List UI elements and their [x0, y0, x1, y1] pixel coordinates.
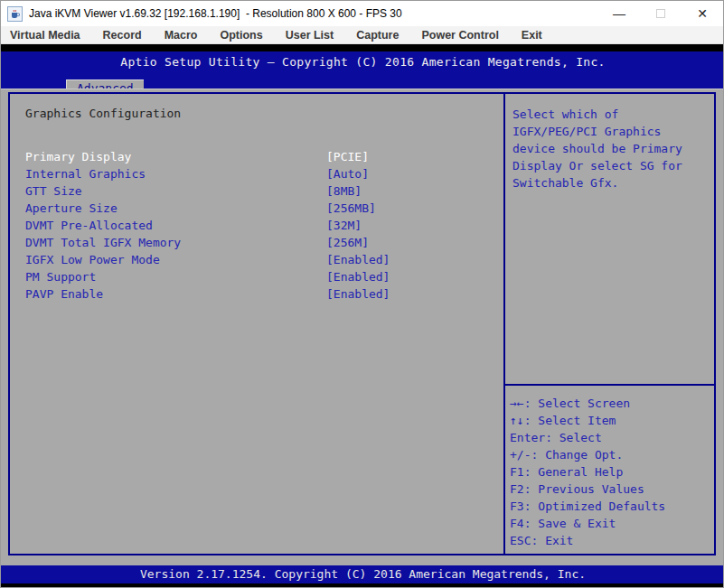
minimize-icon[interactable]: — [598, 1, 640, 26]
bios-header-title: Aptio Setup Utility – Copyright (C) 2016… [1, 55, 724, 69]
setting-label: PAVP Enable [25, 287, 103, 301]
key-hint-line: F1: General Help [510, 463, 710, 481]
setting-value: [PCIE] [326, 150, 369, 163]
setting-label: Internal Graphics [25, 167, 146, 181]
help-text-line: Select which of [512, 106, 709, 123]
section-title: Graphics Configuration [25, 107, 181, 120]
help-text-line: IGFX/PEG/PCI Graphics [512, 123, 709, 140]
menu-item[interactable]: Record [103, 29, 142, 42]
window-title: Java iKVM Viewer v1.69.32 [192.168.1.190… [29, 7, 402, 20]
help-text-line: Switchable Gfx. [512, 174, 709, 191]
ikvm-viewer-window: Java iKVM Viewer v1.69.32 [192.168.1.190… [0, 0, 724, 588]
setting-value: [256MB] [326, 201, 376, 215]
help-text-line: Display Or select SG for [512, 157, 709, 174]
settings-pane: Graphics Configuration Primary Display [… [10, 94, 503, 554]
bios-setting-row[interactable]: PM Support [Enabled] [10, 270, 503, 287]
key-hint-line: →←: Select Screen [510, 395, 710, 412]
bios-setting-row[interactable]: Aperture Size [256MB] [10, 201, 503, 219]
setting-label: DVMT Pre-Allocated [25, 219, 153, 232]
item-help-text: Select which ofIGFX/PEG/PCI Graphicsdevi… [505, 94, 714, 386]
setting-value: [Auto] [326, 167, 369, 181]
setting-label: GTT Size [25, 184, 82, 198]
setting-value: [Enabled] [326, 287, 390, 301]
key-hint-line: +/-: Change Opt. [510, 446, 710, 463]
close-icon[interactable]: ✕ [682, 1, 723, 26]
key-hint-line: Enter: Select [510, 429, 710, 446]
menu-item[interactable]: Options [220, 29, 262, 42]
setting-label: DVMT Total IGFX Memory [25, 236, 181, 249]
setting-label: Primary Display [25, 150, 131, 163]
bios-setting-row[interactable]: Primary Display [PCIE] [10, 150, 503, 167]
setting-value: [32M] [326, 219, 362, 232]
maximize-icon[interactable] [640, 1, 682, 26]
java-app-icon[interactable] [7, 6, 23, 22]
bios-screen: Aptio Setup Utility – Copyright (C) 2016… [1, 44, 724, 588]
bios-setting-row[interactable]: DVMT Total IGFX Memory [256M] [10, 236, 503, 253]
window-controls: — ✕ [598, 1, 723, 26]
menu-item[interactable]: Macro [165, 29, 198, 42]
java-coffee-cup-icon [10, 9, 20, 19]
menu-item[interactable]: Power Control [421, 29, 498, 42]
bios-header: Aptio Setup Utility – Copyright (C) 2016… [1, 51, 724, 89]
setting-value: [Enabled] [326, 270, 390, 284]
key-hint-line: F3: Optimized Defaults [510, 498, 710, 515]
bios-main-box: Graphics Configuration Primary Display [… [8, 92, 716, 555]
settings-list: Primary Display [PCIE] Internal Graphics… [10, 150, 503, 304]
setting-value: [Enabled] [326, 253, 390, 266]
setting-label: PM Support [25, 270, 96, 284]
menu-item[interactable]: Exit [522, 29, 542, 42]
setting-value: [256M] [326, 236, 369, 249]
bios-version-bar: Version 2.17.1254. Copyright (C) 2016 Am… [1, 565, 724, 583]
setting-label: IGFX Low Power Mode [25, 253, 160, 266]
help-pane: Select which ofIGFX/PEG/PCI Graphicsdevi… [503, 94, 714, 554]
menu-bar: Virtual MediaRecordMacroOptionsUser List… [1, 26, 723, 44]
bios-setting-row[interactable]: Internal Graphics [Auto] [10, 167, 503, 184]
bios-setting-row[interactable]: DVMT Pre-Allocated [32M] [10, 219, 503, 236]
bios-setting-row[interactable]: IGFX Low Power Mode [Enabled] [10, 253, 503, 270]
menu-item[interactable]: Virtual Media [10, 29, 80, 42]
bios-body: Graphics Configuration Primary Display [… [1, 89, 724, 565]
menu-item[interactable]: User List [286, 29, 334, 42]
key-hint-line: ESC: Exit [510, 532, 710, 549]
bios-setting-row[interactable]: GTT Size [8MB] [10, 184, 503, 201]
help-text-line: device should be Primary [512, 140, 709, 157]
key-hint-line: ↑↓: Select Item [510, 412, 710, 429]
key-hint-line: F2: Previous Values [510, 481, 710, 498]
bios-setting-row[interactable]: PAVP Enable [Enabled] [10, 287, 503, 304]
menu-item[interactable]: Capture [356, 29, 399, 42]
key-hints: →←: Select Screen↑↓: Select ItemEnter: S… [505, 387, 714, 554]
key-hint-line: F4: Save & Exit [510, 515, 710, 532]
setting-label: Aperture Size [25, 201, 118, 215]
setting-value: [8MB] [326, 184, 362, 198]
window-titlebar: Java iKVM Viewer v1.69.32 [192.168.1.190… [1, 1, 723, 26]
maximize-box-glyph [656, 9, 665, 18]
